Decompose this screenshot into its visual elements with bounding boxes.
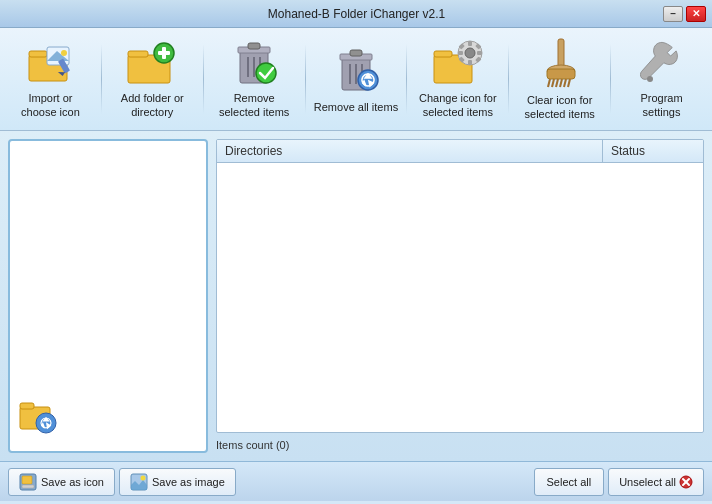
svg-point-29: [465, 48, 475, 58]
save-icon-icon: [19, 473, 37, 491]
svg-point-56: [140, 475, 145, 480]
svg-rect-30: [468, 41, 472, 46]
table-header: Directories Status: [217, 140, 703, 163]
main-area: Directories Status Items count (0): [0, 131, 712, 461]
col-status: Status: [603, 140, 703, 162]
import-icon-button[interactable]: Import orchoose icon: [4, 34, 97, 124]
svg-point-4: [61, 50, 67, 56]
svg-rect-31: [468, 60, 472, 65]
bottom-bar: Save as icon Save as image Select all Un…: [0, 461, 712, 501]
change-icon-icon: [432, 39, 484, 87]
remove-all-icon: [330, 44, 382, 96]
save-image-icon: [130, 473, 148, 491]
toolbar: Import orchoose icon Add folder ordirect…: [0, 28, 712, 131]
svg-rect-27: [434, 51, 452, 57]
unselect-all-button[interactable]: Unselect all: [608, 468, 704, 496]
svg-rect-49: [20, 403, 34, 409]
program-settings-label: Programsettings: [640, 91, 682, 120]
unselect-close-icon: [679, 475, 693, 489]
folder-add-icon: [126, 39, 178, 87]
svg-rect-11: [158, 51, 170, 55]
remove-all-label: Remove all items: [314, 100, 398, 114]
select-all-label: Select all: [547, 476, 592, 488]
svg-rect-40: [547, 69, 575, 79]
directories-table: Directories Status: [216, 139, 704, 433]
svg-rect-33: [477, 51, 482, 55]
save-as-image-button[interactable]: Save as image: [119, 468, 236, 496]
svg-rect-52: [22, 476, 32, 484]
svg-point-50: [36, 413, 56, 433]
remove-selected-button[interactable]: Removeselected items: [208, 34, 301, 124]
svg-line-42: [552, 79, 554, 87]
svg-rect-53: [22, 485, 34, 488]
save-as-image-label: Save as image: [152, 476, 225, 488]
svg-line-43: [556, 79, 558, 87]
remove-all-button[interactable]: Remove all items: [310, 34, 403, 124]
change-icon-label: Change icon forselected items: [419, 91, 497, 120]
table-panel: Directories Status Items count (0): [216, 139, 704, 453]
svg-line-44: [560, 79, 562, 87]
svg-rect-8: [128, 51, 148, 57]
clear-icon-icon: [534, 37, 586, 89]
select-all-button[interactable]: Select all: [534, 468, 605, 496]
remove-selected-label: Removeselected items: [219, 91, 289, 120]
minimize-button[interactable]: –: [663, 6, 683, 22]
separator-3: [305, 44, 306, 114]
save-as-icon-label: Save as icon: [41, 476, 104, 488]
separator-6: [610, 44, 611, 114]
program-settings-button[interactable]: Programsettings: [615, 34, 708, 124]
import-icon: [24, 39, 76, 87]
bottom-right-actions: Select all Unselect all: [534, 468, 705, 496]
separator-4: [406, 44, 407, 114]
icon-preview: [18, 395, 66, 443]
close-button[interactable]: ✕: [686, 6, 706, 22]
icon-panel: [8, 139, 208, 453]
window-title: Mohaned-B Folder iChanger v2.1: [50, 7, 663, 21]
clear-icon-button[interactable]: Clear icon forselected items: [513, 34, 606, 124]
remove-selected-icon: [228, 39, 280, 87]
add-folder-label: Add folder ordirectory: [121, 91, 184, 120]
table-body: [217, 163, 703, 413]
items-count: Items count (0): [216, 437, 704, 453]
svg-rect-14: [248, 43, 260, 49]
separator-1: [101, 44, 102, 114]
separator-2: [203, 44, 204, 114]
svg-rect-1: [29, 51, 47, 57]
svg-rect-21: [350, 50, 362, 56]
svg-line-46: [568, 79, 570, 87]
wrench-icon: [636, 39, 688, 87]
clear-icon-label: Clear icon forselected items: [525, 93, 595, 122]
col-directories: Directories: [217, 140, 603, 162]
title-bar-controls: – ✕: [663, 6, 706, 22]
svg-rect-38: [558, 39, 564, 67]
svg-line-41: [548, 79, 550, 87]
svg-rect-32: [458, 51, 463, 55]
separator-5: [508, 44, 509, 114]
change-icon-button[interactable]: Change icon forselected items: [411, 34, 504, 124]
svg-point-47: [647, 76, 653, 82]
import-icon-label: Import orchoose icon: [21, 91, 80, 120]
save-as-icon-button[interactable]: Save as icon: [8, 468, 115, 496]
svg-line-45: [564, 79, 566, 87]
unselect-all-label: Unselect all: [619, 476, 676, 488]
title-bar: Mohaned-B Folder iChanger v2.1 – ✕: [0, 0, 712, 28]
add-folder-button[interactable]: Add folder ordirectory: [106, 34, 199, 124]
